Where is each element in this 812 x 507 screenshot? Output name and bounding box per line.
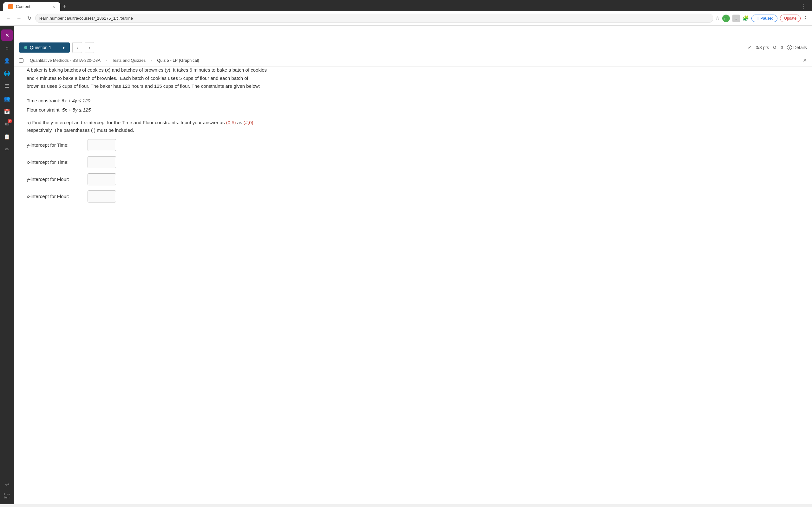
x-intercept-time-label: x-intercept for Time:	[27, 159, 84, 165]
nav-checkbox[interactable]	[19, 58, 23, 63]
calendar-icon: 📅	[4, 108, 10, 114]
browser-menu-icon: ⋮	[801, 3, 809, 9]
sidebar-item-back[interactable]: ↩	[1, 479, 13, 490]
breadcrumb-close-button[interactable]: ✕	[803, 57, 807, 63]
back-nav-icon: ↩	[5, 482, 9, 488]
sidebar-item-home[interactable]: ⌂	[1, 42, 13, 54]
content-icon: ☰	[5, 83, 9, 89]
pts-display: ✓ 0/3 pts ↺ 3 i Details	[748, 45, 807, 50]
y-intercept-flour-label: y-intercept for Flour:	[27, 176, 84, 182]
time-constraint-label: Time constraint:	[27, 98, 61, 103]
moodle-extension-icon: m	[722, 14, 730, 22]
x-intercept-flour-input[interactable]	[88, 190, 116, 203]
pts-icon: ✓	[748, 45, 752, 50]
breadcrumb-quiz[interactable]: Quiz 5 - LP (Graphical)	[157, 58, 199, 63]
y-intercept-time-row: y-intercept for Time:	[27, 139, 799, 151]
question-content-area: A baker is baking batches of cookies (x)…	[14, 56, 812, 504]
breadcrumb-sep-1: ›	[106, 58, 107, 63]
y-intercept-time-label: y-intercept for Time:	[27, 142, 84, 148]
extensions-icon[interactable]: 🧩	[743, 15, 749, 21]
breadcrumb-tests[interactable]: Tests and Quizzes	[112, 58, 146, 63]
main-content: Quantitative Methods - BSTA-320-D8A › Te…	[14, 40, 812, 504]
info-icon: i	[787, 45, 792, 50]
dropdown-arrow-icon: ▾	[62, 45, 65, 50]
tab-favicon	[8, 4, 13, 9]
question-label: Question 1	[30, 45, 51, 50]
breadcrumb-course[interactable]: Quantitative Methods - BSTA-320-D8A	[30, 58, 101, 63]
notification-badge: 2	[8, 119, 12, 123]
question-dropdown[interactable]: Question 1 ▾	[19, 43, 70, 53]
sub-question-a-text: a) Find the y-intercept and x-intercept …	[27, 119, 268, 134]
paused-button[interactable]: ⏸ Paused	[751, 14, 778, 22]
privacy-text: PrivaTerm	[4, 493, 10, 499]
format-2: (#,0)	[244, 120, 253, 125]
paused-label: Paused	[761, 16, 774, 20]
chrome-menu-icon[interactable]: ⋮	[803, 15, 808, 21]
x-intercept-flour-label: x-intercept for Flour:	[27, 193, 84, 199]
var-x: x	[107, 67, 109, 72]
forward-button[interactable]: →	[14, 14, 23, 22]
x-intercept-flour-row: x-intercept for Flour:	[27, 190, 799, 203]
y-intercept-flour-row: y-intercept for Flour:	[27, 173, 799, 185]
profile-icon: 👤	[4, 58, 10, 64]
breadcrumb-sep-2: ›	[151, 58, 152, 63]
tab-title: Content	[16, 4, 50, 9]
attempts-count: 3	[780, 45, 783, 50]
sidebar-item-edit[interactable]: ✏	[1, 144, 13, 155]
reports-icon: 📋	[4, 134, 10, 140]
sidebar: ✕ ⌂ 👤 🌐 ☰ 👥 📅 ✉ 2 📋 ✏ ↩	[0, 26, 14, 504]
paused-icon: ⏸	[756, 16, 759, 20]
sidebar-item-content[interactable]: ☰	[1, 80, 13, 92]
extension-icon-2: ↓	[732, 14, 740, 22]
pts-value: 0/3 pts	[756, 45, 769, 50]
address-bar[interactable]	[35, 14, 713, 23]
update-button[interactable]: Update	[780, 14, 801, 22]
globe-icon: 🌐	[4, 70, 10, 76]
privacy-footer: PrivaTerm	[3, 492, 11, 500]
flour-constraint-math: 5x + 5y ≤ 125	[62, 107, 91, 112]
sidebar-item-reports[interactable]: 📋	[1, 131, 13, 142]
question-toolbar: Question 1 ▾ ‹ › ✓ 0/3 pts ↺ 3 i Details	[14, 40, 812, 56]
flour-constraint-label: Flour constraint:	[27, 107, 62, 112]
close-icon: ✕	[5, 32, 9, 38]
sidebar-item-profile[interactable]: 👤	[1, 55, 13, 66]
question-status-dot	[24, 46, 27, 49]
details-label: Details	[793, 45, 807, 50]
reload-button[interactable]: ↻	[26, 14, 33, 22]
breadcrumb-nav: Quantitative Methods - BSTA-320-D8A › Te…	[14, 54, 812, 67]
y-intercept-time-input[interactable]	[88, 139, 116, 151]
attempts-icon: ↺	[773, 45, 777, 50]
sidebar-item-calendar[interactable]: 📅	[1, 106, 13, 117]
format-1: (0,#)	[226, 120, 236, 125]
time-constraint-line: Time constraint: 6x + 4y ≤ 120	[27, 98, 799, 103]
y-intercept-flour-input[interactable]	[88, 173, 116, 185]
bookmark-icon[interactable]: ☆	[715, 15, 720, 21]
details-button[interactable]: i Details	[787, 45, 807, 50]
next-question-button[interactable]: ›	[85, 42, 95, 53]
groups-icon: 👥	[4, 96, 10, 102]
tab-close-button[interactable]: ×	[53, 4, 55, 9]
x-intercept-time-input[interactable]	[88, 156, 116, 168]
new-tab-button[interactable]: +	[60, 2, 69, 11]
flour-constraint-line: Flour constraint: 5x + 5y ≤ 125	[27, 107, 799, 112]
x-intercept-time-row: x-intercept for Time:	[27, 156, 799, 168]
sidebar-close-button[interactable]: ✕	[1, 30, 13, 41]
sidebar-item-messages[interactable]: ✉ 2	[1, 118, 13, 130]
question-intro-text: A baker is baking batches of cookies (x)…	[27, 66, 268, 90]
time-constraint-math-2: + 4y ≤ 120	[67, 98, 90, 103]
var-y: y	[166, 67, 169, 72]
back-button[interactable]: ←	[4, 14, 13, 22]
sidebar-item-groups[interactable]: 👥	[1, 93, 13, 104]
sidebar-item-global[interactable]: 🌐	[1, 67, 13, 79]
edit-icon: ✏	[5, 147, 9, 153]
prev-question-button[interactable]: ‹	[72, 42, 82, 53]
time-constraint-math: 6x	[61, 98, 67, 103]
home-icon: ⌂	[5, 45, 9, 51]
